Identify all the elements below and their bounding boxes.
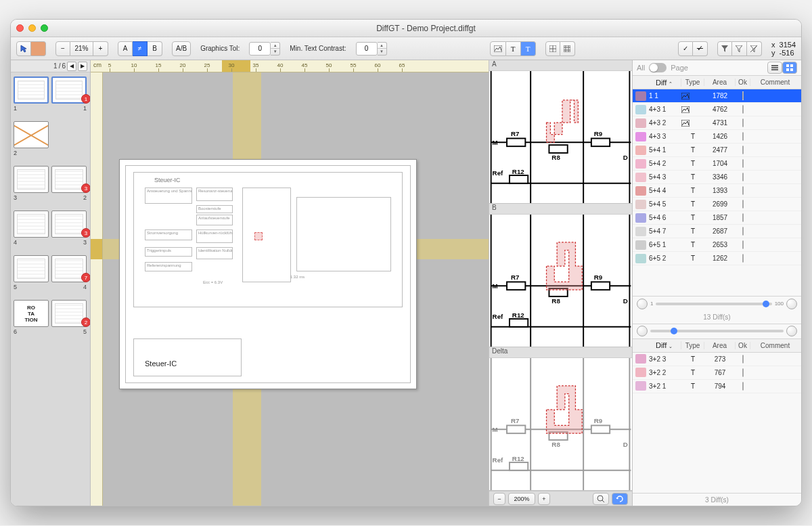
view-grid-icon[interactable] [782, 62, 797, 74]
globe-right-icon[interactable] [786, 299, 797, 309]
zoom-in-button[interactable]: + [93, 41, 108, 56]
rect-tool[interactable] [31, 41, 46, 56]
preview-footer: − 200% + [489, 491, 632, 506]
filter2-icon[interactable] [732, 41, 747, 56]
close-icon[interactable] [16, 24, 24, 32]
ok-checkbox[interactable] [742, 368, 744, 377]
ok-checkbox[interactable] [742, 382, 744, 391]
graphics-tol-stepper[interactable]: ▲▼ [271, 42, 280, 56]
diff-row[interactable]: 6+5 2 T 1262 [633, 252, 801, 265]
thumb-a[interactable] [14, 76, 49, 104]
diff-slider[interactable] [656, 303, 771, 305]
diff-picto-icon [635, 240, 646, 250]
scope-toggle[interactable] [649, 63, 667, 72]
diff-row[interactable]: 5+4 2 T 1704 [633, 157, 801, 171]
ok-checkbox[interactable] [742, 159, 744, 168]
diff-slider-2[interactable] [650, 330, 784, 332]
graphics-tol-label: Graphics Tol: [200, 45, 240, 52]
globe2-right-icon[interactable] [786, 326, 797, 336]
filter3-icon[interactable] [747, 41, 762, 56]
diff-row[interactable]: 5+4 3 T 3346 [633, 171, 801, 184]
globe2-left-icon[interactable] [637, 326, 648, 336]
diff-row[interactable]: 5+4 7 T 2687 [633, 225, 801, 238]
ok-checkbox[interactable] [742, 105, 744, 114]
diff-row[interactable]: 4+3 3 T 1426 [633, 130, 801, 144]
ok-checkbox[interactable] [742, 254, 744, 263]
ok-checkbox[interactable] [742, 173, 744, 181]
image-overlay-icon[interactable] [490, 41, 506, 56]
diff-table-header[interactable]: Diff ⌃ Type Area Ok Comment [633, 76, 801, 89]
view-diff-button[interactable]: ≠ [133, 41, 148, 56]
ok-checkbox[interactable] [742, 355, 744, 364]
minimize-icon[interactable] [28, 24, 36, 32]
ok-checkbox[interactable] [742, 118, 744, 127]
diff-row[interactable]: 6+5 1 T 2653 [633, 238, 801, 252]
zoom-icon[interactable] [41, 24, 48, 32]
thumb-a[interactable] [14, 166, 49, 193]
view-a-button[interactable]: A [118, 41, 133, 56]
svg-rect-50 [507, 425, 525, 433]
globe-left-icon[interactable] [637, 299, 648, 309]
view-ab-button[interactable]: A/B [172, 41, 191, 56]
graphics-tol-input[interactable] [249, 42, 271, 56]
ok-checkbox[interactable] [742, 186, 744, 195]
diff-row[interactable]: 5+4 4 T 1393 [633, 184, 801, 198]
canvas[interactable]: Steuer-IC Ansteuerung und Spannungsregel… [103, 72, 489, 506]
preview-a[interactable]: R7 R8 R9 R12 M Ref D [489, 71, 632, 203]
pv-zoom-value[interactable]: 200% [508, 493, 535, 505]
diff-row[interactable]: 4+3 1 4762 [633, 103, 801, 116]
ok-checkbox[interactable] [742, 213, 744, 222]
ok-checkbox[interactable] [742, 227, 744, 236]
thumb-a[interactable] [14, 211, 49, 238]
ab-group: A ≠ B [118, 41, 162, 56]
min-contrast-input[interactable] [356, 42, 378, 56]
diff-row[interactable]: 1 1 1782 [633, 89, 801, 103]
ok-checkbox[interactable] [742, 240, 744, 249]
pv-sync-icon[interactable] [612, 493, 628, 505]
diff-row[interactable]: 4+3 2 4731 [633, 116, 801, 130]
thumb-a[interactable] [14, 255, 49, 282]
page-prev-button[interactable]: ◀ [67, 62, 76, 71]
view-b-button[interactable]: B [148, 41, 162, 56]
diff-row[interactable]: 3+2 3 T 273 [633, 353, 801, 366]
diff-picto-icon [635, 132, 646, 141]
diff-picto-icon [635, 159, 646, 169]
svg-rect-17 [591, 138, 610, 146]
diff-marker[interactable] [254, 232, 263, 240]
zoom-value[interactable]: 21% [70, 41, 93, 56]
pv-zoom-in[interactable]: + [538, 493, 550, 505]
pv-locate-icon[interactable] [593, 493, 609, 505]
diff-row[interactable]: 5+4 5 T 2699 [633, 198, 801, 211]
filter1-icon[interactable] [717, 41, 732, 56]
svg-text:R7: R7 [511, 417, 519, 424]
diff-row[interactable]: 5+4 1 T 2477 [633, 144, 801, 157]
uncheck-icon[interactable]: ✓ [693, 41, 708, 56]
view-list-icon[interactable] [767, 62, 782, 74]
ok-checkbox[interactable] [742, 146, 744, 154]
pointer-tool[interactable] [16, 41, 31, 56]
thumb-a[interactable]: RO TA TION [14, 300, 49, 327]
diff-count-1: 13 Diff(s) [633, 311, 801, 324]
diff-table2-header[interactable]: Diff ⌄ Type Area Ok Comment [633, 339, 801, 353]
svg-text:Ref: Ref [493, 313, 503, 320]
pv-zoom-out[interactable]: − [493, 493, 505, 505]
ok-checkbox[interactable] [742, 200, 744, 209]
ok-checkbox[interactable] [742, 91, 744, 100]
min-contrast-stepper[interactable]: ▲▼ [378, 42, 387, 56]
svg-text:Ref: Ref [493, 456, 503, 464]
zoom-out-button[interactable]: − [55, 41, 70, 56]
thumb-a[interactable] [14, 121, 49, 148]
ok-checkbox[interactable] [742, 132, 744, 141]
text-overlay2-icon[interactable]: T [521, 41, 536, 56]
grid1-icon[interactable] [545, 41, 560, 56]
grid2-icon[interactable] [560, 41, 575, 56]
diff-row[interactable]: 3+2 1 T 794 [633, 380, 801, 393]
diff-row[interactable]: 5+4 6 T 1857 [633, 211, 801, 225]
check-icon[interactable]: ✓ [678, 41, 693, 56]
diff-row[interactable]: 3+2 2 T 767 [633, 366, 801, 380]
preview-delta[interactable]: R7 R8 R9 R12 M Ref D [489, 358, 632, 490]
page-next-button[interactable]: ▶ [78, 62, 87, 71]
diff-picto-icon [635, 146, 646, 155]
text-overlay-icon[interactable]: T [506, 41, 521, 56]
preview-b[interactable]: R7 R8 R9 R12 M Ref D [489, 215, 632, 347]
